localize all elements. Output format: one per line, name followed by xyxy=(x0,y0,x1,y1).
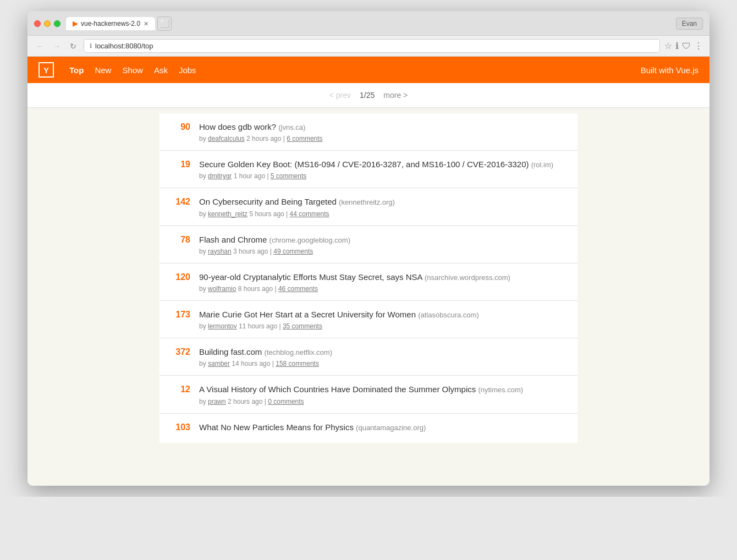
traffic-lights xyxy=(34,20,61,27)
new-tab-icon: ⬜ xyxy=(160,19,169,28)
shield-icon[interactable]: 🛡 xyxy=(682,41,691,51)
story-domain: (atlasobscura.com) xyxy=(418,311,479,319)
browser-tab[interactable]: ▶ vue-hackernews-2.0 ✕ xyxy=(66,17,155,30)
story-author-link[interactable]: samber xyxy=(208,360,230,367)
story-title-link[interactable]: Flash and Chrome xyxy=(199,235,267,244)
story-comments-link[interactable]: 158 comments xyxy=(276,360,319,367)
story-item: 90 How does gdb work? (jvns.ca) by deafc… xyxy=(160,113,578,151)
story-title: Marie Curie Got Her Start at a Secret Un… xyxy=(199,309,566,320)
story-meta: by wolframio 8 hours ago | 46 comments xyxy=(199,285,566,293)
story-meta: by rayshan 3 hours ago | 49 comments xyxy=(199,248,566,255)
user-name-badge: Evan xyxy=(676,18,703,30)
story-title-link[interactable]: On Cybersecurity and Being Targeted xyxy=(199,197,337,206)
story-comments-link[interactable]: 0 comments xyxy=(268,398,304,405)
close-button[interactable] xyxy=(34,20,41,27)
story-title-link[interactable]: A Visual History of Which Countries Have… xyxy=(199,385,476,394)
reload-button[interactable]: ↻ xyxy=(67,40,79,52)
hn-navbar: Y Top New Show Ask Jobs Built with Vue.j… xyxy=(28,57,710,83)
tab-title: vue-hackernews-2.0 xyxy=(81,20,140,28)
story-title: Building fast.com (techblog.netflix.com) xyxy=(199,346,566,358)
maximize-button[interactable] xyxy=(54,20,61,27)
story-title-link[interactable]: 90-year-old Cryptanalytic Efforts Must S… xyxy=(199,272,422,282)
bookmark-icon[interactable]: ☆ xyxy=(664,41,672,51)
url-text: localhost:8080/top xyxy=(95,42,153,50)
story-meta: by samber 14 hours ago | 158 comments xyxy=(199,360,566,367)
story-item: 120 90-year-old Cryptanalytic Efforts Mu… xyxy=(160,263,578,301)
built-with-label: Built with Vue.js xyxy=(641,65,698,75)
forward-button[interactable]: → xyxy=(51,40,63,52)
nav-link-new[interactable]: New xyxy=(90,63,116,77)
nav-link-show[interactable]: Show xyxy=(118,63,147,77)
story-author-link[interactable]: lermontov xyxy=(208,322,237,330)
toolbar-icons: ☆ ℹ 🛡 ⋮ xyxy=(664,41,703,51)
story-body: Marie Curie Got Her Start at a Secret Un… xyxy=(199,309,566,330)
info-icon[interactable]: ℹ xyxy=(675,41,679,51)
story-score: 90 xyxy=(170,121,190,132)
story-author-link[interactable]: rayshan xyxy=(208,248,232,255)
story-domain: (jvns.ca) xyxy=(278,123,305,131)
browser-window: ▶ vue-hackernews-2.0 ✕ ⬜ Evan ← → ↻ ℹ lo… xyxy=(28,11,710,486)
nav-link-ask[interactable]: Ask xyxy=(150,63,172,77)
menu-icon[interactable]: ⋮ xyxy=(694,41,703,51)
forward-icon: → xyxy=(53,42,61,51)
story-meta: by lermontov 11 hours ago | 35 comments xyxy=(199,322,566,330)
story-score: 372 xyxy=(170,346,190,357)
story-score: 142 xyxy=(170,196,190,207)
story-body: What No New Particles Means for Physics … xyxy=(199,421,566,435)
secure-icon: ℹ xyxy=(90,42,92,50)
story-meta: by dmitrygr 1 hour ago | 5 comments xyxy=(199,172,566,180)
story-author-link[interactable]: kenneth_reitz xyxy=(208,210,248,218)
story-author-link[interactable]: prawn xyxy=(208,398,226,405)
story-title: Secure Golden Key Boot: (MS16-094 / CVE-… xyxy=(199,158,566,170)
story-title: Flash and Chrome (chrome.googleblog.com) xyxy=(199,234,566,245)
minimize-button[interactable] xyxy=(44,20,51,27)
page-info: 1/25 xyxy=(360,91,375,100)
story-comments-link[interactable]: 6 comments xyxy=(287,135,322,142)
story-title-link[interactable]: How does gdb work? xyxy=(199,122,276,131)
nav-link-top[interactable]: Top xyxy=(65,63,88,77)
story-title-link[interactable]: Building fast.com xyxy=(199,347,262,356)
nav-link-jobs[interactable]: Jobs xyxy=(174,63,201,77)
story-body: A Visual History of Which Countries Have… xyxy=(199,383,566,405)
pagination: < prev 1/25 more > xyxy=(28,83,710,108)
prev-page-button[interactable]: < prev xyxy=(329,91,351,100)
app-content: Y Top New Show Ask Jobs Built with Vue.j… xyxy=(28,57,710,486)
titlebar: ▶ vue-hackernews-2.0 ✕ ⬜ Evan xyxy=(28,11,710,36)
story-body: On Cybersecurity and Being Targeted (ken… xyxy=(199,196,566,217)
story-title-link[interactable]: Marie Curie Got Her Start at a Secret Un… xyxy=(199,310,416,319)
story-author-link[interactable]: deafcalculus xyxy=(208,135,245,142)
story-domain: (nsarchive.wordpress.com) xyxy=(425,273,510,282)
hn-logo[interactable]: Y xyxy=(38,62,54,78)
story-comments-link[interactable]: 46 comments xyxy=(278,285,318,293)
story-score: 103 xyxy=(170,421,190,432)
next-page-button[interactable]: more > xyxy=(383,91,408,100)
story-domain: (nytimes.com) xyxy=(478,386,523,394)
stories-container: 90 How does gdb work? (jvns.ca) by deafc… xyxy=(160,108,578,448)
story-item: 173 Marie Curie Got Her Start at a Secre… xyxy=(160,301,578,338)
tab-close-icon[interactable]: ✕ xyxy=(144,20,148,28)
story-meta: by prawn 2 hours ago | 0 comments xyxy=(199,398,566,405)
story-item: 142 On Cybersecurity and Being Targeted … xyxy=(160,188,578,226)
story-author-link[interactable]: dmitrygr xyxy=(208,172,232,180)
story-comments-link[interactable]: 49 comments xyxy=(273,248,313,255)
story-title: What No New Particles Means for Physics … xyxy=(199,421,566,433)
story-score: 78 xyxy=(170,234,190,245)
story-body: Building fast.com (techblog.netflix.com)… xyxy=(199,346,566,367)
story-title-link[interactable]: What No New Particles Means for Physics xyxy=(199,422,354,432)
story-comments-link[interactable]: 35 comments xyxy=(283,322,322,330)
story-title-link[interactable]: Secure Golden Key Boot: (MS16-094 / CVE-… xyxy=(199,160,529,169)
back-button[interactable]: ← xyxy=(34,40,46,52)
story-item: 78 Flash and Chrome (chrome.googleblog.c… xyxy=(160,226,578,263)
story-score: 19 xyxy=(170,158,190,169)
tab-bar: ▶ vue-hackernews-2.0 ✕ ⬜ xyxy=(66,17,670,31)
story-domain: (rol.im) xyxy=(531,161,553,169)
story-comments-link[interactable]: 5 comments xyxy=(271,172,306,180)
new-tab-button[interactable]: ⬜ xyxy=(157,17,172,31)
address-bar[interactable]: ℹ localhost:8080/top xyxy=(84,39,660,53)
reload-icon: ↻ xyxy=(70,42,76,51)
story-domain: (kennethreitz.org) xyxy=(339,198,395,206)
story-author-link[interactable]: wolframio xyxy=(208,285,236,293)
story-item: 103 What No New Particles Means for Phys… xyxy=(160,414,578,443)
story-comments-link[interactable]: 44 comments xyxy=(290,210,329,218)
story-meta: by kenneth_reitz 5 hours ago | 44 commen… xyxy=(199,210,566,218)
